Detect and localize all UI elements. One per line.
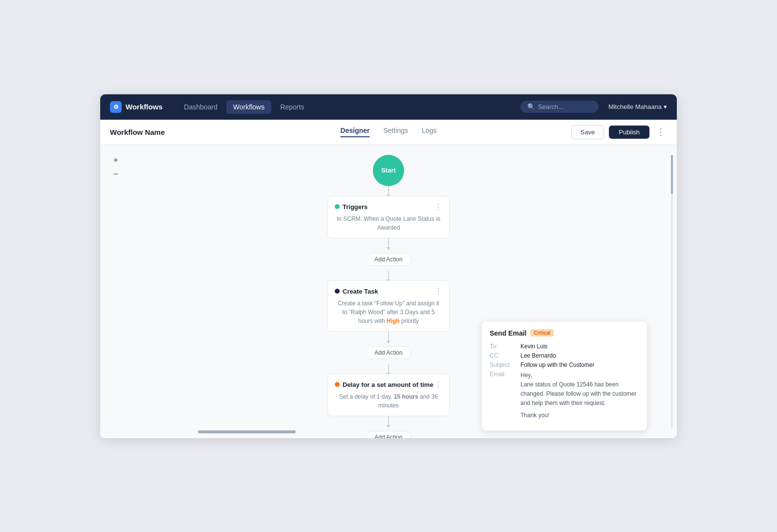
create-task-body: Create a task "Follow Up" and assign it … [335,299,442,325]
top-nav: ⚙ Workflows Dashboard Workflows Reports … [100,94,677,120]
search-bar[interactable]: 🔍 Search... [520,101,599,113]
email-to-value: Kevin Luis [520,343,547,350]
connector-6 [388,416,389,426]
connector-3 [388,271,389,280]
zoom-controls: + − [110,155,122,180]
nav-brand: ⚙ Workflows [110,101,163,113]
user-name: Mitchelle Mahaana [608,103,662,110]
email-to-row: To: Kevin Luis [490,343,639,350]
horizontal-scrollbar[interactable] [198,430,296,433]
flow-container: Start Triggers ⋮ In SCRM, When a Quote L… [327,155,450,438]
highlight-high: High [387,318,400,324]
sub-actions: Save Publish ⋮ [571,125,667,139]
create-task-node: Create Task ⋮ Create a task "Follow Up" … [327,280,450,332]
scrollbar-thumb[interactable] [671,155,673,194]
more-options-button[interactable]: ⋮ [654,127,667,137]
email-body-line3: Thank you! [520,411,639,420]
save-button[interactable]: Save [571,125,604,139]
delay-node: Delay for a set amount of time ⋮ Set a d… [327,374,450,416]
sub-tabs: Designer Settings Logs [341,127,437,137]
brand-label: Workflows [126,103,163,111]
search-icon: 🔍 [527,103,535,110]
nav-user: Mitchelle Mahaana ▾ [608,103,667,110]
email-cc-label: CC: [490,352,517,359]
email-to-label: To: [490,343,517,350]
email-body-line1: Hey, [520,371,639,380]
create-task-title-row: Create Task [335,288,378,295]
add-action-button-1[interactable]: Add Action [366,253,410,266]
email-body-line2: Lane status of Quote 12546 has been chan… [520,380,639,408]
workflow-canvas: + − Start Triggers ⋮ In SCRM, When a [100,145,677,438]
connector-2 [388,238,389,248]
email-subject-row: Subject: Follow up with the Customer [490,362,639,368]
triggers-node-header: Triggers ⋮ [335,202,442,212]
create-task-title: Create Task [343,288,378,295]
email-preview-badge: Critical [530,329,554,337]
connector-5 [388,364,389,374]
create-task-menu[interactable]: ⋮ [434,287,442,296]
tab-settings[interactable]: Settings [383,127,408,137]
email-preview-popup: Send Email Critical To: Kevin Luis CC: L… [481,321,648,431]
brand-icon: ⚙ [110,101,122,113]
delay-title: Delay for a set amount of time [343,381,433,388]
email-cc-row: CC: Lee Bernardo [490,352,639,359]
nav-dashboard[interactable]: Dashboard [177,100,225,114]
start-node: Start [373,155,404,186]
vertical-scrollbar[interactable] [671,155,673,428]
delay-menu[interactable]: ⋮ [434,380,442,389]
create-task-node-header: Create Task ⋮ [335,287,442,296]
triggers-menu[interactable]: ⋮ [434,202,442,212]
nav-reports[interactable]: Reports [273,100,311,114]
triggers-body: In SCRM, When a Quote Lane Status is Awa… [335,214,442,232]
delay-node-header: Delay for a set amount of time ⋮ [335,380,442,389]
triggers-node: Triggers ⋮ In SCRM, When a Quote Lane St… [327,196,450,238]
zoom-out-button[interactable]: − [110,169,122,180]
chevron-down-icon: ▾ [664,103,667,110]
publish-button[interactable]: Publish [609,126,649,139]
sub-header: Workflow Name Designer Settings Logs Sav… [100,120,677,145]
email-preview-header: Send Email Critical [490,329,639,337]
email-subject-value: Follow up with the Customer [520,362,594,368]
delay-title-row: Delay for a set amount of time [335,381,433,388]
triggers-title-row: Triggers [335,203,367,211]
email-body-label: Email: [490,371,517,378]
email-body-content: Hey, Lane status of Quote 12546 has been… [520,371,639,421]
start-label: Start [381,167,396,174]
email-subject-label: Subject: [490,362,517,368]
add-action-button-3[interactable]: Add Action [366,431,410,438]
triggers-title: Triggers [343,203,367,211]
add-action-button-2[interactable]: Add Action [366,346,410,359]
email-body-row: Email: Hey, Lane status of Quote 12546 h… [490,371,639,421]
zoom-in-button[interactable]: + [110,155,122,167]
email-cc-value: Lee Bernardo [520,352,556,359]
tab-designer[interactable]: Designer [341,127,370,137]
search-placeholder: Search... [538,103,563,110]
nav-links: Dashboard Workflows Reports [177,100,520,114]
connector-4 [388,332,389,341]
delay-dot [335,382,340,387]
delay-body: Set a delay of 1 day, 15 hours and 36 mi… [335,392,442,410]
tab-logs[interactable]: Logs [422,127,436,137]
nav-workflows[interactable]: Workflows [226,100,271,114]
email-preview-title: Send Email [490,329,526,337]
create-task-dot [335,289,340,294]
horizontal-scrollbar-thumb[interactable] [198,430,296,433]
triggers-dot [335,204,340,209]
connector-1 [388,186,389,196]
